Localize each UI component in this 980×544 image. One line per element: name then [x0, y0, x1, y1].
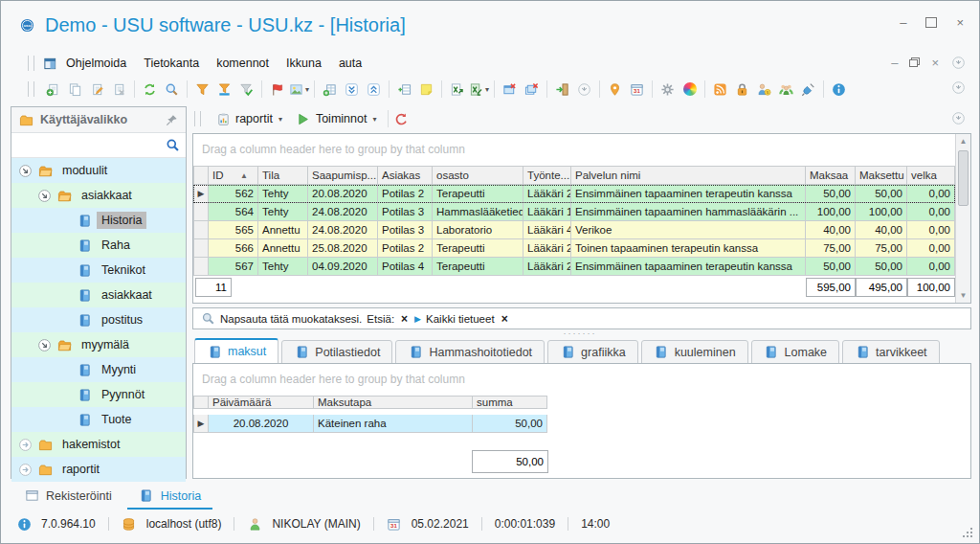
filter-edit-button[interactable] [213, 79, 235, 101]
picture-button[interactable]: ▾ [288, 79, 310, 101]
cell[interactable]: Potilas 2 [378, 185, 433, 203]
cell[interactable]: Ensimmäinen tapaaminen hammaslääkärin ..… [571, 203, 806, 221]
cell[interactable]: Verikoe [571, 221, 806, 239]
insert-row-button[interactable] [393, 79, 415, 101]
cell[interactable]: Lääkäri 2 [523, 258, 571, 276]
cell[interactable]: 0,00 [907, 203, 955, 221]
mdi-close-button[interactable]: × [931, 57, 939, 69]
tree-item-moduulit[interactable]: moduulit [11, 158, 186, 183]
cell[interactable]: 20.08.2020 [308, 185, 378, 203]
payments-column-maksutapa[interactable]: Maksutapa [314, 396, 473, 409]
expander-icon[interactable] [17, 163, 33, 178]
cell[interactable]: Ensimmäinen tapaaminen terapeutin kanssa [571, 258, 806, 276]
sidebar-search-input[interactable] [17, 138, 165, 153]
cell[interactable]: 0,00 [907, 258, 955, 276]
tab-kuuleminen[interactable]: kuuleminen [641, 340, 748, 364]
tree-item-asiakkaat[interactable]: asiakkaat [11, 283, 186, 307]
cell[interactable]: Terapeutti [433, 185, 523, 203]
rss-button[interactable] [709, 79, 731, 101]
user-payment-button[interactable]: $ [753, 79, 775, 101]
close-button[interactable]: × [956, 16, 964, 29]
cell[interactable]: 0,00 [907, 185, 955, 203]
filter-scope-label[interactable]: Kaikki tietueet [426, 313, 495, 325]
tab-potilastiedot[interactable]: Potilastiedot [281, 340, 392, 364]
menu-item-ikkuna[interactable]: Ikkuna [278, 55, 330, 72]
tree-item-historia[interactable]: Historia [11, 208, 186, 233]
actions-button[interactable]: Toiminnot▾ [289, 109, 384, 128]
filter-button[interactable] [191, 79, 213, 101]
cell[interactable]: 75,00 [856, 239, 907, 258]
cell[interactable]: 40,00 [806, 221, 856, 239]
colors-button[interactable] [679, 79, 701, 101]
scroll-up-icon[interactable]: ▲ [956, 134, 970, 148]
cell[interactable]: Toinen tapaaminen terapeutin kanssa [571, 239, 806, 258]
payments-column-p-iv-m-r-[interactable]: Päivämäärä [209, 396, 314, 409]
cell[interactable]: 40,00 [856, 221, 907, 239]
settings-button[interactable] [657, 79, 679, 101]
expand-all-button[interactable] [341, 79, 363, 101]
menu-item-tietokanta[interactable]: Tietokanta [135, 55, 208, 72]
tree-item-pyynnöt[interactable]: Pyynnöt [11, 382, 186, 407]
mdi-restore-button[interactable] [909, 57, 920, 67]
pin-icon[interactable] [164, 112, 179, 127]
resize-grip[interactable] [963, 528, 972, 537]
menu-item-auta[interactable]: auta [330, 55, 370, 72]
cell[interactable]: Terapeutti [433, 258, 523, 276]
cell[interactable]: 100,00 [856, 203, 907, 221]
cell[interactable]: 50,00 [473, 415, 547, 433]
tree-item-raportit[interactable]: raportit [11, 457, 186, 482]
payment-row[interactable]: ▶20.08.2020Käteinen raha50,00 [193, 415, 547, 433]
flag-button[interactable] [266, 79, 288, 101]
cell[interactable]: Potilas 3 [378, 203, 433, 221]
expander-icon[interactable] [36, 188, 52, 203]
column-header-palvelun-nimi[interactable]: Palvelun nimi [571, 166, 806, 185]
expander-icon[interactable] [17, 437, 33, 452]
cell[interactable]: 50,00 [806, 258, 856, 276]
delete-record-button[interactable] [108, 79, 130, 101]
plugin-button[interactable] [797, 79, 819, 101]
column-header-maksaa[interactable]: Maksaa [806, 166, 856, 185]
cell[interactable]: Annettu [258, 239, 308, 258]
toolbar-overflow-icon[interactable] [950, 79, 966, 95]
cell[interactable]: Lääkäri 2 [523, 185, 571, 203]
tab-tarvikkeet[interactable]: tarvikkeet [842, 340, 940, 364]
close-window-button[interactable] [499, 79, 521, 101]
payments-column-summa[interactable]: summa [473, 396, 547, 409]
table-row[interactable]: 567Tehty04.09.2020Potilas 4TerapeuttiLää… [193, 258, 955, 276]
column-header-saapumisp-[interactable]: Saapumisp... [308, 166, 378, 185]
scroll-thumb[interactable] [958, 150, 969, 206]
cell[interactable]: Potilas 3 [378, 221, 433, 239]
cell[interactable]: 50,00 [806, 185, 856, 203]
cell[interactable]: 20.08.2020 [209, 415, 314, 433]
cell[interactable]: Lääkäri 1 [523, 203, 571, 221]
tree-item-asiakkaat[interactable]: asiakkaat [11, 183, 186, 208]
mdi-minimize-button[interactable]: – [891, 57, 898, 69]
note-button[interactable] [415, 79, 437, 101]
cell[interactable]: 565 [209, 221, 258, 239]
info-button[interactable] [828, 79, 850, 101]
excel-import-button[interactable]: ▾ [468, 79, 490, 101]
cell[interactable]: 24.08.2020 [308, 221, 378, 239]
cell[interactable]: 75,00 [806, 239, 856, 258]
tree-item-raha[interactable]: Raha [11, 233, 186, 258]
tree-item-hakemistot[interactable]: hakemistot [11, 432, 186, 457]
undo-icon[interactable] [393, 111, 409, 126]
cell[interactable]: Potilas 2 [378, 239, 433, 258]
copy-record-button[interactable] [64, 79, 86, 101]
table-row[interactable]: 564Tehty24.08.2020Potilas 3Hammaslääketi… [193, 203, 955, 221]
cell[interactable]: Lääkäri 4 [523, 221, 571, 239]
filter-check-button[interactable] [235, 79, 257, 101]
tree-item-postitus[interactable]: postitus [11, 307, 186, 332]
cell[interactable]: Tehty [258, 258, 308, 276]
cell[interactable]: 564 [209, 203, 258, 221]
search-icon[interactable] [165, 138, 180, 153]
cell[interactable]: Lääkäri 2 [523, 239, 571, 258]
column-header-id[interactable]: ID▲ [209, 166, 258, 185]
view-tab-historia[interactable]: Historia [127, 484, 212, 510]
tab-maksut[interactable]: maksut [194, 338, 278, 364]
cell[interactable]: 04.09.2020 [308, 258, 378, 276]
collapse-all-button[interactable] [363, 79, 385, 101]
column-header-asiakas[interactable]: Asiakas [378, 166, 433, 185]
tree-item-teknikot[interactable]: Teknikot [11, 258, 186, 283]
expander-icon[interactable] [36, 337, 52, 352]
